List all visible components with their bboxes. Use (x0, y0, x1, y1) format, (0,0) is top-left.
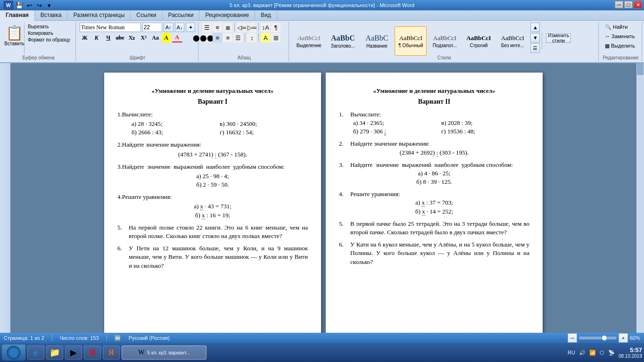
bold-button[interactable]: Ж (80, 33, 90, 42)
start-button[interactable] (2, 345, 25, 361)
paste-button[interactable]: 📋 Вставить (5, 23, 25, 54)
cut-button[interactable]: Вырезать (26, 24, 72, 30)
align-left-button[interactable]: ⬤⬤⬤⬤ (202, 33, 212, 42)
yandex-button[interactable]: Я (84, 346, 101, 360)
page2-variant: Вариант II (339, 97, 529, 107)
font-grow-button[interactable]: A↑ (164, 23, 173, 32)
ie-button[interactable]: e (27, 346, 44, 360)
superscript-button[interactable]: X² (139, 33, 149, 42)
copy-button[interactable]: Копировать (26, 30, 72, 36)
style-strong[interactable]: AaBbCcI Строгий (462, 26, 495, 56)
media-button[interactable]: ▶ (65, 346, 82, 360)
page1-task1-header: 1.Вычислите: (117, 110, 308, 119)
multilevel-button[interactable]: ≣ (223, 23, 232, 32)
tab-insert[interactable]: Вставка (35, 10, 68, 20)
find-button[interactable]: 🔍 Найти (603, 23, 630, 31)
language-indicator: RU (568, 350, 575, 355)
align-right-button[interactable]: ≡ (223, 33, 232, 42)
explorer-button[interactable]: 📁 (46, 346, 63, 360)
page2-task1-header: Вычислите: (350, 110, 381, 119)
page2-task4-num: 4. (339, 190, 350, 198)
yandex2-button[interactable]: Я (103, 346, 120, 360)
zoom-thumb[interactable] (602, 335, 607, 341)
paragraph-group: ☰ ≡ ≣ ◁═ ▷═ ↕A ¶ ⬤⬤⬤⬤ ≡ ≡ ☰ ↕ (199, 22, 289, 61)
font-color-button[interactable]: A (172, 33, 182, 42)
page2-task1-col1: а) 34 · 2365; б) 279 · 306 ; (353, 119, 441, 136)
change-styles-button[interactable]: Изменитьстили (546, 33, 571, 43)
decrease-indent-button[interactable]: ◁═ (237, 23, 246, 32)
font-size-input[interactable] (142, 23, 162, 32)
tab-mailings[interactable]: Рассылки (163, 10, 200, 20)
style-selection[interactable]: AaBbCcI Выделение (293, 26, 325, 56)
underline-button[interactable]: Ч (103, 33, 114, 42)
document-area: «Умножение и деление натуральных чисел» … (10, 63, 636, 352)
italic-button[interactable]: К (91, 33, 102, 42)
style-heading[interactable]: AaBbC Заголово... (327, 26, 359, 56)
styles-scroll-down[interactable]: ▼ (530, 33, 540, 42)
tab-references[interactable]: Ссылки (131, 10, 162, 20)
style-normal[interactable]: AaBbCcI ¶ Обычный (395, 26, 427, 56)
page2-task4-header-row: 4. Решите уравнения: (339, 190, 529, 198)
shading-button[interactable]: A (261, 33, 270, 42)
page2-task3: 3. Найдите значение выражений наиболее у… (339, 161, 529, 187)
windows-logo (7, 346, 21, 360)
clipboard-group-content: 📋 Вставить Вырезать Копировать Формат по… (5, 23, 73, 60)
bullets-button[interactable]: ☰ (202, 23, 212, 32)
tab-view[interactable]: Вид (255, 10, 277, 20)
styles-more[interactable]: ☰ (530, 43, 540, 53)
styles-label: Стили (290, 55, 598, 60)
zoom-slider[interactable] (579, 337, 617, 339)
numbering-button[interactable]: ≡ (213, 23, 222, 32)
strikethrough-button[interactable]: abc (115, 33, 125, 42)
word-taskbar-button[interactable]: W 5 кл. кр3. вариант... (122, 346, 206, 360)
clock: 5:57 08.10.2019 (619, 346, 642, 359)
style-subtitle-label: Подзагол... (433, 43, 457, 48)
case-button[interactable]: Aa (150, 33, 161, 42)
styles-group: AaBbCcI Выделение AaBbC Заголово... AaBb… (290, 22, 599, 61)
clear-format-button[interactable]: ✦ (186, 23, 195, 32)
word-taskbar-icon: W (138, 349, 144, 356)
maximize-button[interactable]: □ (624, 1, 633, 8)
replace-button[interactable]: ↔ Заменить (603, 32, 637, 41)
paragraph-label: Абзац (199, 55, 289, 60)
increase-indent-button[interactable]: ▷═ (247, 23, 256, 32)
styles-scroll-up[interactable]: ▲ (530, 23, 540, 32)
sort-button[interactable]: ↕A (261, 23, 270, 32)
page2-task3-b: б) 8 · 39 · 125. (339, 178, 529, 186)
zoom-area: ─ + 60% (568, 333, 640, 343)
align-center-button[interactable]: ≡ (213, 33, 222, 42)
highlight-button[interactable]: A (162, 33, 171, 42)
font-label: Шрифт (77, 55, 198, 60)
line-spacing-button[interactable]: ↕ (247, 33, 256, 42)
select-button[interactable]: ▦ Выделить (603, 41, 637, 50)
page1-task1-col1: а) 28 · 3245; б) 2666 : 43; (132, 120, 220, 137)
page1-task3-items: а) 25 · 98 · 4; б) 2 · 59 · 50. (117, 172, 308, 189)
subscript-button[interactable]: X₂ (127, 33, 137, 42)
page1-task2: 2.Найдите значение выражения: (4783 + 27… (117, 140, 308, 158)
zoom-out-button[interactable]: ─ (568, 333, 577, 343)
page1-task5: 5. На первой полке стояло 22 книги. Это … (117, 223, 308, 240)
font-shrink-button[interactable]: A↓ (175, 23, 185, 32)
date: 08.10.2019 (619, 354, 642, 359)
minimize-button[interactable]: ─ (615, 1, 623, 8)
tab-review[interactable]: Рецензирование (199, 10, 255, 20)
show-formatting-button[interactable]: ¶ (271, 23, 281, 32)
tab-home[interactable]: Главная (0, 10, 35, 21)
tab-layout[interactable]: Разметка страницы (67, 10, 131, 20)
style-title-label: Название (366, 43, 388, 49)
style-subtitle[interactable]: AaBbCcI Подзагол... (429, 26, 461, 56)
style-nospace-preview: AaBbCcI (501, 34, 524, 42)
align-justify-button[interactable]: ☰ (233, 33, 243, 42)
editing-group: 🔍 Найти ↔ Заменить ▦ Выделить Редактиров… (600, 22, 642, 61)
page1-task5-text: На первой полке стояло 22 книги. Это на … (129, 223, 308, 240)
font-name-input[interactable] (80, 23, 141, 32)
page1-task4-header: 4.Решите уравнения: (117, 193, 308, 201)
page-1: «Умножение и деление натуральных чисел» … (104, 73, 321, 352)
style-nospace[interactable]: AaBbCcI Без инте... (496, 26, 528, 56)
format-painter-button[interactable]: Формат по образцу (26, 37, 72, 43)
vertical-scrollbar[interactable]: ▲ (636, 53, 644, 352)
border-button[interactable]: ⊞ (271, 33, 281, 42)
zoom-in-button[interactable]: + (619, 333, 628, 343)
style-title[interactable]: AaBbC Название (361, 26, 393, 56)
close-button[interactable]: ✕ (634, 1, 642, 8)
